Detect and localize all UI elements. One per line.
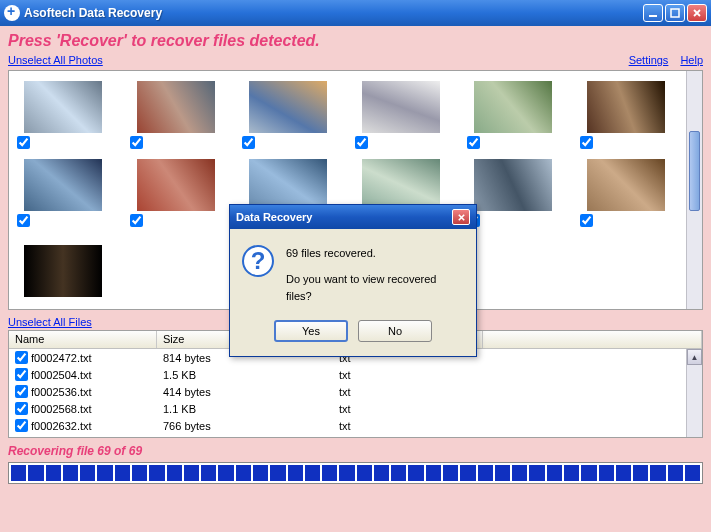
file-extension: txt <box>333 369 483 381</box>
progress-segment <box>322 465 337 481</box>
help-link[interactable]: Help <box>680 54 703 66</box>
close-button[interactable] <box>687 4 707 22</box>
photo-item[interactable] <box>19 159 107 211</box>
instruction-text: Press 'Recover' to recover files detecte… <box>8 32 703 50</box>
progress-bar <box>8 462 703 484</box>
photo-thumbnail[interactable] <box>137 159 215 211</box>
photo-checkbox[interactable] <box>580 136 593 149</box>
photo-item[interactable] <box>132 81 220 133</box>
photo-item[interactable] <box>19 81 107 133</box>
photo-checkbox[interactable] <box>467 136 480 149</box>
column-name[interactable]: Name <box>9 331 157 348</box>
unselect-all-photos-link[interactable]: Unselect All Photos <box>8 54 103 66</box>
table-row[interactable]: f0002536.txt414 bytestxt <box>9 383 702 400</box>
table-row[interactable]: f0002568.txt1.1 KBtxt <box>9 400 702 417</box>
file-checkbox[interactable] <box>15 385 28 398</box>
progress-segment <box>633 465 648 481</box>
progress-segment <box>443 465 458 481</box>
photo-checkbox[interactable] <box>130 214 143 227</box>
progress-segment <box>685 465 700 481</box>
progress-segment <box>253 465 268 481</box>
progress-segment <box>581 465 596 481</box>
svg-rect-1 <box>671 9 679 17</box>
photo-item[interactable] <box>19 245 107 297</box>
dialog-close-button[interactable] <box>452 209 470 225</box>
file-checkbox[interactable] <box>15 402 28 415</box>
photos-scrollbar[interactable] <box>686 71 702 309</box>
file-size: 766 bytes <box>157 420 333 432</box>
photo-checkbox[interactable] <box>355 136 368 149</box>
scroll-up-icon[interactable]: ▲ <box>687 349 702 365</box>
minimize-button[interactable] <box>643 4 663 22</box>
dialog-message-2: Do you want to view recovered files? <box>286 271 464 306</box>
progress-segment <box>357 465 372 481</box>
progress-segment <box>63 465 78 481</box>
progress-segment <box>426 465 441 481</box>
unselect-all-files-link[interactable]: Unselect All Files <box>8 316 92 328</box>
file-size: 1.5 KB <box>157 369 333 381</box>
photo-checkbox[interactable] <box>17 214 30 227</box>
progress-segment <box>184 465 199 481</box>
photo-checkbox[interactable] <box>17 136 30 149</box>
photo-thumbnail[interactable] <box>137 81 215 133</box>
progress-label: Recovering file 69 of 69 <box>8 444 703 458</box>
file-size: 1.1 KB <box>157 403 333 415</box>
photo-item[interactable] <box>244 81 332 133</box>
photo-thumbnail[interactable] <box>24 81 102 133</box>
app-icon <box>4 5 20 21</box>
file-checkbox[interactable] <box>15 351 28 364</box>
photo-item[interactable] <box>357 81 445 133</box>
progress-segment <box>564 465 579 481</box>
photo-checkbox[interactable] <box>580 214 593 227</box>
progress-segment <box>236 465 251 481</box>
progress-segment <box>97 465 112 481</box>
settings-link[interactable]: Settings <box>629 54 669 66</box>
progress-segment <box>11 465 26 481</box>
photo-thumbnail[interactable] <box>474 81 552 133</box>
progress-segment <box>46 465 61 481</box>
photo-thumbnail[interactable] <box>587 81 665 133</box>
photo-thumbnail[interactable] <box>362 81 440 133</box>
progress-segment <box>28 465 43 481</box>
progress-segment <box>512 465 527 481</box>
progress-segment <box>374 465 389 481</box>
progress-segment <box>599 465 614 481</box>
photo-item[interactable] <box>132 159 220 211</box>
progress-segment <box>339 465 354 481</box>
dialog-titlebar: Data Recovery <box>230 205 476 229</box>
photo-item[interactable] <box>582 81 670 133</box>
window-titlebar: Asoftech Data Recovery <box>0 0 711 26</box>
progress-segment <box>391 465 406 481</box>
photo-thumbnail[interactable] <box>474 159 552 211</box>
file-size: 414 bytes <box>157 386 333 398</box>
files-scrollbar[interactable]: ▲ <box>686 349 702 437</box>
photo-thumbnail[interactable] <box>24 159 102 211</box>
photo-thumbnail[interactable] <box>249 81 327 133</box>
no-button[interactable]: No <box>358 320 432 342</box>
scrollbar-thumb[interactable] <box>689 131 700 211</box>
table-row[interactable]: f0002632.txt766 bytestxt <box>9 417 702 434</box>
file-checkbox[interactable] <box>15 419 28 432</box>
progress-segment <box>650 465 665 481</box>
maximize-button[interactable] <box>665 4 685 22</box>
photo-checkbox[interactable] <box>130 136 143 149</box>
progress-segment <box>478 465 493 481</box>
progress-segment <box>547 465 562 481</box>
main-panel: Press 'Recover' to recover files detecte… <box>0 26 711 532</box>
photo-item[interactable] <box>469 81 557 133</box>
yes-button[interactable]: Yes <box>274 320 348 342</box>
photo-checkbox[interactable] <box>242 136 255 149</box>
photo-thumbnail[interactable] <box>587 159 665 211</box>
photo-item[interactable] <box>469 159 557 211</box>
file-name: f0002472.txt <box>31 352 92 364</box>
file-checkbox[interactable] <box>15 368 28 381</box>
progress-segment <box>668 465 683 481</box>
dialog-message-1: 69 files recovered. <box>286 245 464 263</box>
table-row[interactable]: f0002504.txt1.5 KBtxt <box>9 366 702 383</box>
progress-segment <box>115 465 130 481</box>
file-name: f0002504.txt <box>31 369 92 381</box>
progress-segment <box>495 465 510 481</box>
column-spacer <box>483 331 702 348</box>
file-name: f0002632.txt <box>31 420 92 432</box>
photo-item[interactable] <box>582 159 670 211</box>
